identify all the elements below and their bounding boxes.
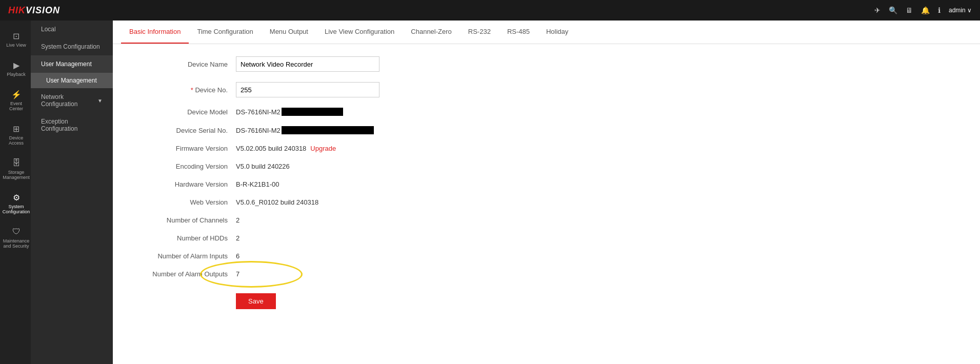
hardware-version-row: Hardware Version B-R-K21B1-00 (133, 180, 959, 188)
chevron-down-icon: ▼ (97, 98, 103, 104)
device-access-icon: ⊞ (11, 124, 22, 134)
menu-item-system-configuration[interactable]: System Configuration (31, 38, 113, 55)
device-model-value: DS-7616NI-M2 (236, 108, 281, 116)
event-center-icon: ⚡ (11, 89, 22, 99)
header-icons: ✈ 🔍 🖥 🔔 ℹ admin ∨ (874, 6, 972, 14)
sidebar-item-live-view[interactable]: ⊡ Live View (1, 25, 30, 54)
logo-white: VISION (26, 5, 60, 15)
tab-live-view-configuration[interactable]: Live View Configuration (316, 21, 403, 44)
sidebar-item-playback[interactable]: ▶ Playback (1, 54, 30, 83)
firmware-version-value: V5.02.005 build 240318 (236, 145, 306, 152)
sidebar-item-maintenance-security[interactable]: 🛡 Maintenance and Security (0, 220, 33, 255)
device-no-label: Device No. (133, 86, 236, 94)
sidebar-item-event-center[interactable]: ⚡ Event Center (0, 83, 31, 117)
sidebar-icon-strip: ⊡ Live View ▶ Playback ⚡ Event Center ⊞ … (0, 21, 31, 364)
tab-menu-output[interactable]: Menu Output (262, 21, 316, 44)
device-model-label: Device Model (133, 108, 236, 116)
num-channels-label: Number of Channels (133, 216, 236, 224)
device-model-redacted (282, 108, 343, 116)
save-button[interactable]: Save (236, 293, 276, 309)
save-row: Save (133, 288, 959, 309)
device-name-input[interactable] (236, 56, 379, 72)
tab-rs-232[interactable]: RS-232 (460, 21, 499, 44)
content-area: Basic Information Time Configuration Men… (113, 21, 980, 364)
hardware-version-label: Hardware Version (133, 180, 236, 188)
firmware-version-label: Firmware Version (133, 145, 236, 152)
admin-label[interactable]: admin ∨ (949, 7, 972, 14)
encoding-version-label: Encoding Version (133, 163, 236, 170)
num-alarm-outputs-row: Number of Alarm Outputs 7 (133, 270, 959, 278)
live-view-label: Live View (6, 43, 26, 48)
num-hdds-value: 2 (236, 234, 239, 242)
maintenance-icon: 🛡 (11, 227, 22, 237)
device-model-row: Device Model DS-7616NI-M2 (133, 108, 959, 116)
logo: HIKVISION (8, 5, 60, 16)
sidebar: ⊡ Live View ▶ Playback ⚡ Event Center ⊞ … (0, 21, 113, 364)
tab-channel-zero[interactable]: Channel-Zero (403, 21, 460, 44)
monitor-icon[interactable]: 🖥 (906, 6, 913, 14)
submenu-item-user-management[interactable]: User Management (31, 73, 113, 88)
num-alarm-outputs-label: Number of Alarm Outputs (133, 270, 236, 278)
device-serial-value: DS-7616NI-M2 (236, 127, 281, 134)
tab-basic-information[interactable]: Basic Information (121, 21, 189, 44)
event-center-label: Event Center (6, 101, 27, 111)
search-icon[interactable]: 🔍 (889, 6, 897, 14)
tab-holiday[interactable]: Holiday (538, 21, 576, 44)
device-serial-redacted (282, 126, 374, 134)
tab-time-configuration[interactable]: Time Configuration (189, 21, 261, 44)
sidebar-menu: Local System Configuration User Manageme… (31, 21, 113, 364)
num-alarm-outputs-value: 7 (236, 270, 239, 278)
menu-item-user-management[interactable]: User Management (31, 55, 113, 73)
num-hdds-row: Number of HDDs 2 (133, 234, 959, 242)
device-no-input[interactable] (236, 82, 379, 97)
device-name-label: Device Name (133, 60, 236, 68)
num-channels-row: Number of Channels 2 (133, 216, 959, 224)
send-icon[interactable]: ✈ (874, 6, 881, 14)
live-view-icon: ⊡ (11, 31, 21, 41)
tab-bar: Basic Information Time Configuration Men… (113, 21, 980, 44)
menu-item-exception-configuration[interactable]: Exception Configuration (31, 113, 113, 137)
maintenance-label: Maintenance and Security (3, 238, 30, 249)
storage-label: Storage Management (3, 170, 30, 180)
tab-rs-485[interactable]: RS-485 (499, 21, 538, 44)
encoding-version-value: V5.0 build 240226 (236, 163, 290, 170)
device-serial-label: Device Serial No. (133, 127, 236, 134)
system-config-label: System Configuration (3, 204, 30, 214)
web-version-value: V5.0.6_R0102 build 240318 (236, 198, 318, 206)
info-icon[interactable]: ℹ (938, 6, 941, 14)
playback-icon: ▶ (11, 60, 22, 70)
logo-red: HIK (8, 5, 26, 15)
encoding-version-row: Encoding Version V5.0 build 240226 (133, 163, 959, 170)
menu-item-network-configuration[interactable]: Network Configuration ▼ (31, 88, 113, 113)
device-no-row: Device No. (133, 82, 959, 97)
sidebar-item-system-configuration[interactable]: ⚙ System Configuration (0, 186, 34, 220)
menu-item-local[interactable]: Local (31, 21, 113, 38)
firmware-version-row: Firmware Version V5.02.005 build 240318 … (133, 145, 959, 152)
main-layout: ⊡ Live View ▶ Playback ⚡ Event Center ⊞ … (0, 21, 980, 364)
web-version-label: Web Version (133, 198, 236, 206)
num-hdds-label: Number of HDDs (133, 234, 236, 242)
system-config-icon: ⚙ (11, 192, 22, 203)
storage-icon: 🗄 (11, 158, 22, 168)
sidebar-item-storage-management[interactable]: 🗄 Storage Management (0, 152, 34, 186)
num-channels-value: 2 (236, 216, 239, 224)
num-alarm-inputs-label: Number of Alarm Inputs (133, 252, 236, 260)
hardware-version-value: B-R-K21B1-00 (236, 180, 279, 188)
num-alarm-inputs-value: 6 (236, 252, 239, 260)
playback-label: Playback (7, 72, 26, 77)
device-serial-row: Device Serial No. DS-7616NI-M2 (133, 126, 959, 134)
form-content: Device Name Device No. Device Model DS-7… (113, 44, 980, 364)
bell-icon[interactable]: 🔔 (921, 6, 930, 14)
upgrade-link[interactable]: Upgrade (310, 145, 336, 152)
device-name-row: Device Name (133, 56, 959, 72)
device-access-label: Device Access (6, 135, 27, 146)
sidebar-item-device-access[interactable]: ⊞ Device Access (0, 117, 31, 152)
top-header: HIKVISION ✈ 🔍 🖥 🔔 ℹ admin ∨ (0, 0, 980, 21)
web-version-row: Web Version V5.0.6_R0102 build 240318 (133, 198, 959, 206)
num-alarm-inputs-row: Number of Alarm Inputs 6 (133, 252, 959, 260)
